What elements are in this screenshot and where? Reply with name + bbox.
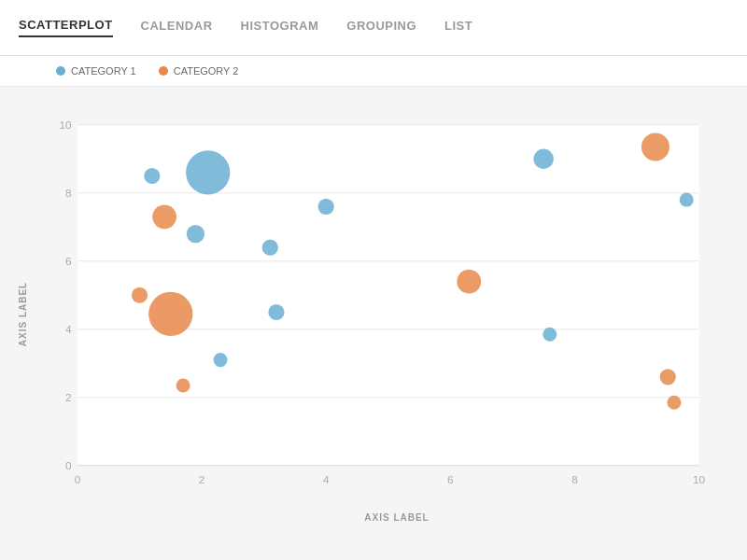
svg-point-24 [214, 353, 228, 367]
svg-point-25 [268, 304, 284, 320]
tab-navigation: SCATTERPLOT CALENDAR HISTOGRAM GROUPING … [0, 0, 747, 56]
legend-dot-cat1 [56, 66, 65, 76]
tab-grouping[interactable]: GROUPING [346, 19, 416, 36]
svg-point-22 [186, 150, 230, 194]
y-label-container: AXIS LABEL [9, 105, 37, 523]
tab-calendar[interactable]: CALENDAR [141, 19, 213, 36]
legend-label-cat1: CATEGORY 1 [71, 65, 136, 77]
svg-point-32 [148, 292, 192, 336]
tab-scatterplot[interactable]: SCATTERPLOT [19, 18, 113, 37]
svg-point-34 [457, 270, 481, 294]
svg-point-23 [262, 240, 278, 256]
svg-point-27 [533, 149, 553, 169]
svg-point-33 [176, 378, 190, 392]
y-axis-label: AXIS LABEL [19, 282, 29, 346]
svg-point-30 [132, 287, 148, 303]
svg-text:6: 6 [447, 473, 454, 486]
svg-point-21 [187, 225, 204, 243]
svg-text:6: 6 [65, 255, 72, 268]
svg-text:2: 2 [199, 473, 205, 486]
legend-category2: CATEGORY 2 [159, 65, 239, 77]
svg-point-37 [667, 396, 681, 410]
chart-wrapper: AXIS LABEL 02468100246810 AXIS LABEL [0, 87, 747, 560]
legend-category1: CATEGORY 1 [56, 65, 136, 77]
tab-list[interactable]: LIST [444, 19, 472, 36]
svg-point-35 [641, 133, 669, 161]
svg-text:0: 0 [65, 459, 72, 472]
svg-text:10: 10 [693, 473, 706, 486]
svg-text:10: 10 [59, 119, 72, 132]
x-label-container: AXIS LABEL [37, 505, 719, 523]
svg-text:0: 0 [75, 473, 81, 486]
svg-point-36 [660, 369, 676, 385]
legend-bar: CATEGORY 1 CATEGORY 2 [0, 56, 747, 87]
tab-histogram[interactable]: HISTOGRAM [241, 19, 319, 36]
svg-text:2: 2 [65, 391, 72, 404]
scatterplot-svg: 02468100246810 [37, 105, 719, 505]
app-container: SCATTERPLOT CALENDAR HISTOGRAM GROUPING … [0, 0, 747, 560]
legend-dot-cat2 [159, 66, 168, 76]
legend-label-cat2: CATEGORY 2 [174, 65, 239, 77]
svg-text:4: 4 [323, 473, 330, 486]
svg-point-20 [144, 168, 160, 184]
svg-point-29 [680, 193, 694, 207]
svg-text:8: 8 [65, 187, 72, 200]
svg-point-31 [152, 204, 176, 229]
x-axis-label: AXIS LABEL [364, 512, 429, 523]
svg-point-26 [318, 199, 334, 215]
chart-inner: 02468100246810 AXIS LABEL [37, 105, 719, 523]
svg-text:4: 4 [65, 323, 72, 336]
svg-text:8: 8 [571, 473, 578, 486]
svg-point-28 [543, 328, 557, 342]
